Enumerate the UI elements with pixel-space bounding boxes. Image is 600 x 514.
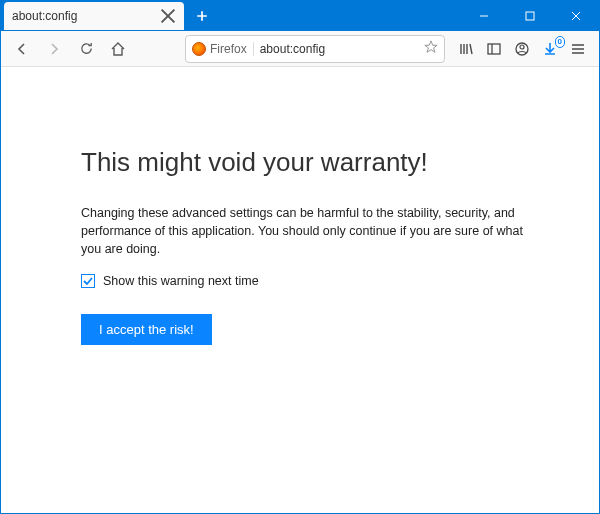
- svg-rect-1: [488, 44, 500, 54]
- close-icon[interactable]: [160, 8, 176, 24]
- identity-box[interactable]: Firefox: [192, 42, 254, 56]
- tab-aboutconfig[interactable]: about:config: [4, 2, 184, 30]
- account-icon[interactable]: [513, 40, 531, 58]
- close-window-button[interactable]: [553, 1, 599, 31]
- svg-point-3: [520, 45, 524, 49]
- downloads-icon[interactable]: 0: [541, 40, 559, 58]
- tab-strip: about:config: [0, 0, 216, 30]
- checkbox-checked-icon[interactable]: [81, 274, 95, 288]
- menu-icon[interactable]: [569, 40, 587, 58]
- accept-risk-button[interactable]: I accept the risk!: [81, 314, 212, 345]
- page-content: This might void your warranty! Changing …: [1, 67, 599, 513]
- svg-rect-0: [526, 12, 534, 20]
- home-button[interactable]: [103, 34, 133, 64]
- url-bar[interactable]: Firefox about:config: [185, 35, 445, 63]
- reload-button[interactable]: [71, 34, 101, 64]
- page-warning-text: Changing these advanced settings can be …: [81, 204, 531, 258]
- identity-label: Firefox: [210, 42, 247, 56]
- maximize-button[interactable]: [507, 1, 553, 31]
- checkbox-label: Show this warning next time: [103, 274, 259, 288]
- url-text: about:config: [260, 42, 418, 56]
- back-button[interactable]: [7, 34, 37, 64]
- show-warning-checkbox-row[interactable]: Show this warning next time: [81, 274, 549, 288]
- window-controls: [461, 1, 599, 31]
- window-titlebar: about:config: [1, 1, 599, 31]
- bookmark-star-icon[interactable]: [424, 40, 438, 57]
- forward-button[interactable]: [39, 34, 69, 64]
- firefox-icon: [192, 42, 206, 56]
- new-tab-button[interactable]: [188, 2, 216, 30]
- library-icon[interactable]: [457, 40, 475, 58]
- minimize-button[interactable]: [461, 1, 507, 31]
- sidebar-icon[interactable]: [485, 40, 503, 58]
- downloads-badge: 0: [555, 36, 565, 48]
- browser-toolbar: Firefox about:config 0: [1, 31, 599, 67]
- tab-title: about:config: [12, 9, 77, 23]
- page-heading: This might void your warranty!: [81, 147, 549, 178]
- toolbar-actions: 0: [455, 40, 593, 58]
